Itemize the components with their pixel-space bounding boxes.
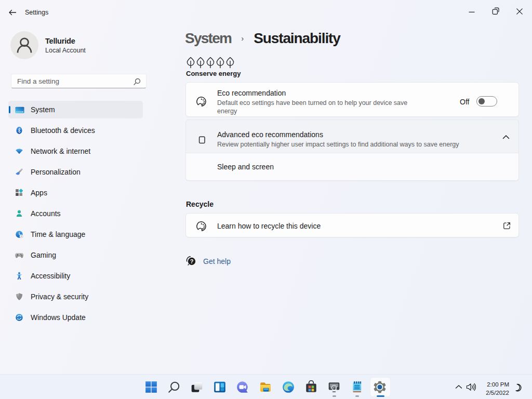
svg-text:?: ?	[190, 258, 194, 264]
